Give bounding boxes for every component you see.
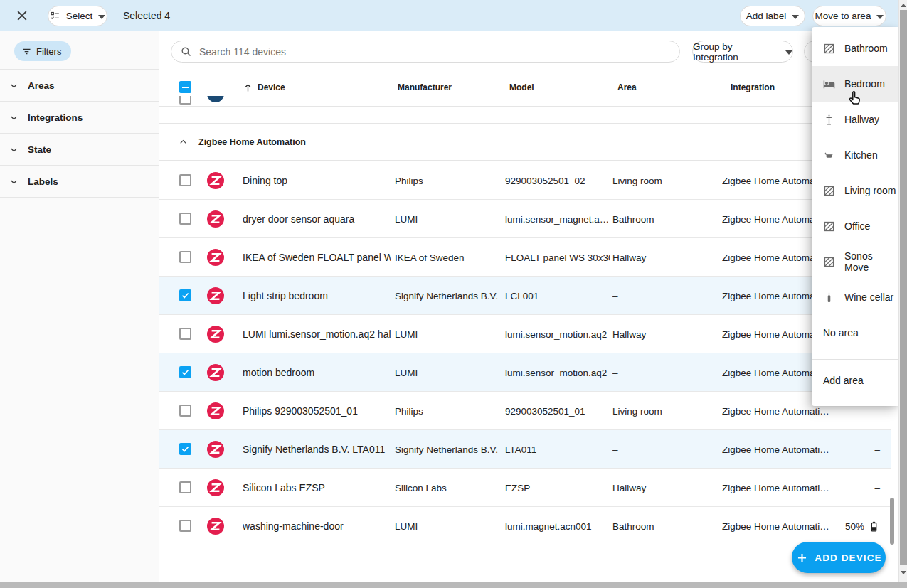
menu-item-kitchen[interactable]: Kitchen xyxy=(812,137,898,173)
battery-value: – xyxy=(874,483,880,493)
row-checkbox[interactable] xyxy=(179,366,191,378)
zigbee-icon xyxy=(207,364,224,381)
plus-icon xyxy=(795,551,809,565)
move-to-area-menu: Bathroom Bedroom Hallway Kitchen Living … xyxy=(812,27,898,406)
menu-item-bedroom[interactable]: Bedroom xyxy=(812,66,898,102)
battery-value: – xyxy=(874,444,880,455)
texture-box-icon xyxy=(823,43,835,55)
menu-item-hallway[interactable]: Hallway xyxy=(812,102,898,137)
vertical-scrollbar[interactable] xyxy=(898,0,907,582)
move-to-area-button[interactable]: Move to area xyxy=(812,6,886,26)
row-checkbox[interactable] xyxy=(179,213,191,225)
group-by-button[interactable]: Group by Integration xyxy=(692,41,793,63)
search-input[interactable] xyxy=(198,46,671,58)
area-cell: Bathroom xyxy=(612,507,698,545)
battery-50-icon xyxy=(868,520,880,533)
table-row[interactable]: washing-machine-door LUMI lumi.magnet.ac… xyxy=(159,507,891,545)
table-scrollbar-thumb[interactable] xyxy=(890,498,894,545)
model-cell: LTA011 xyxy=(505,430,610,469)
row-checkbox[interactable] xyxy=(179,328,191,340)
device-name-cell: washing-machine-door xyxy=(243,507,391,545)
row-checkbox[interactable] xyxy=(179,251,191,263)
sort-arrow-up-icon xyxy=(243,82,253,93)
chevron-down-icon xyxy=(785,46,792,57)
row-checkbox[interactable] xyxy=(179,96,191,105)
table-row[interactable]: motion bedroom LUMI lumi.sensor_motion.a… xyxy=(159,353,891,392)
select-mode-button[interactable]: Select xyxy=(48,6,107,26)
table-row[interactable]: Philips 929003052501_01 Philips 92900305… xyxy=(159,392,891,430)
model-cell: LCL001 xyxy=(505,277,610,315)
row-checkbox[interactable] xyxy=(179,481,191,493)
add-device-button[interactable]: ADD DEVICE xyxy=(792,542,886,573)
select-label: Select xyxy=(66,11,93,21)
row-checkbox[interactable] xyxy=(179,520,191,532)
scroll-down-arrow[interactable] xyxy=(901,571,906,574)
row-checkbox[interactable] xyxy=(179,174,191,186)
device-name-cell: dryer door sensor aquara xyxy=(243,200,391,238)
table-row[interactable]: Light strip bedroom Signify Netherlands … xyxy=(159,277,891,315)
model-cell: lumi.sensor_motion.aq2 xyxy=(505,315,610,353)
integration-cell: Zigbee Home Automati… xyxy=(722,430,864,469)
menu-item-sonos-move[interactable]: Sonos Move xyxy=(812,244,898,279)
chevron-down-icon xyxy=(98,11,105,21)
filters-button[interactable]: Filters xyxy=(14,41,71,61)
table-row[interactable]: LUMI lumi.sensor_motion.aq2 hallway LUMI… xyxy=(159,315,891,353)
menu-item-bathroom[interactable]: Bathroom xyxy=(812,31,898,66)
column-model-label: Model xyxy=(509,82,534,92)
menu-item-label: Sonos Move xyxy=(844,250,898,273)
manufacturer-cell: Philips xyxy=(395,392,502,430)
select-all-checkbox[interactable] xyxy=(179,81,191,93)
area-cell: – xyxy=(612,353,698,392)
sidebar-item-label: State xyxy=(28,144,51,155)
table-row[interactable]: dryer door sensor aquara LUMI lumi.senso… xyxy=(159,200,891,238)
add-label-text: Add label xyxy=(746,11,786,21)
chevron-down-icon xyxy=(792,11,799,21)
sidebar-item-integrations[interactable]: Integrations xyxy=(0,102,159,134)
sidebar-item-areas[interactable]: Areas xyxy=(0,70,159,102)
integration-cell: Zigbee Home Automati… xyxy=(722,507,864,545)
search-icon xyxy=(180,46,192,58)
device-name-cell: LUMI lumi.sensor_motion.aq2 hallway xyxy=(243,315,391,353)
menu-item-label: Bathroom xyxy=(844,43,888,54)
add-label-button[interactable]: Add label xyxy=(740,6,805,26)
menu-item-add-area[interactable]: Add area xyxy=(812,363,898,398)
partial-table-row[interactable] xyxy=(159,96,891,107)
menu-item-office[interactable]: Office xyxy=(812,208,898,244)
close-icon[interactable] xyxy=(15,9,29,23)
table-row[interactable]: Signify Netherlands B.V. LTA011 Signify … xyxy=(159,430,891,469)
filter-icon xyxy=(21,46,32,57)
horizontal-scrollbar[interactable] xyxy=(0,582,907,588)
menu-item-label: Kitchen xyxy=(844,149,878,161)
row-checkbox[interactable] xyxy=(179,289,191,301)
search-field[interactable] xyxy=(171,41,680,63)
menu-item-label: Bedroom xyxy=(844,78,885,90)
menu-item-label: Hallway xyxy=(844,114,879,125)
sidebar-item-state[interactable]: State xyxy=(0,134,159,166)
menu-item-label: No area xyxy=(823,327,859,338)
table-row[interactable]: IKEA of Sweden FLOALT panel WS IKEA of S… xyxy=(159,238,891,277)
menu-item-label: Wine cellar xyxy=(844,292,893,303)
sidebar-item-labels[interactable]: Labels xyxy=(0,166,159,198)
texture-box-icon xyxy=(823,185,835,197)
scroll-up-arrow[interactable] xyxy=(901,4,906,7)
table-row[interactable]: Dining top Philips 929003052501_02 Livin… xyxy=(159,161,891,200)
selection-topbar: Select Selected 4 Add label Move to area xyxy=(0,0,907,31)
chevron-down-icon xyxy=(9,112,19,123)
column-area-label: Area xyxy=(617,82,637,92)
chevron-up-icon xyxy=(178,137,189,147)
vertical-scrollbar-thumb[interactable] xyxy=(900,10,907,565)
menu-item-living-room[interactable]: Living room xyxy=(812,173,898,208)
group-by-label: Group by Integration xyxy=(693,41,780,63)
battery-cell: – xyxy=(874,469,880,507)
table-row[interactable]: Silicon Labs EZSP Silicon Labs EZSP Hall… xyxy=(159,469,891,507)
menu-item-no-area[interactable]: No area xyxy=(812,315,898,351)
menu-item-label: Living room xyxy=(844,185,896,196)
battery-value: 50% xyxy=(845,521,864,532)
zigbee-icon xyxy=(207,249,224,266)
model-cell: lumi.sensor_motion.aq2 xyxy=(505,353,610,392)
row-checkbox[interactable] xyxy=(179,405,191,417)
group-header-zha[interactable]: Zigbee Home Automation xyxy=(159,123,891,161)
device-name-cell: Silicon Labs EZSP xyxy=(243,469,391,507)
row-checkbox[interactable] xyxy=(179,443,191,455)
menu-item-wine-cellar[interactable]: Wine cellar xyxy=(812,279,898,315)
